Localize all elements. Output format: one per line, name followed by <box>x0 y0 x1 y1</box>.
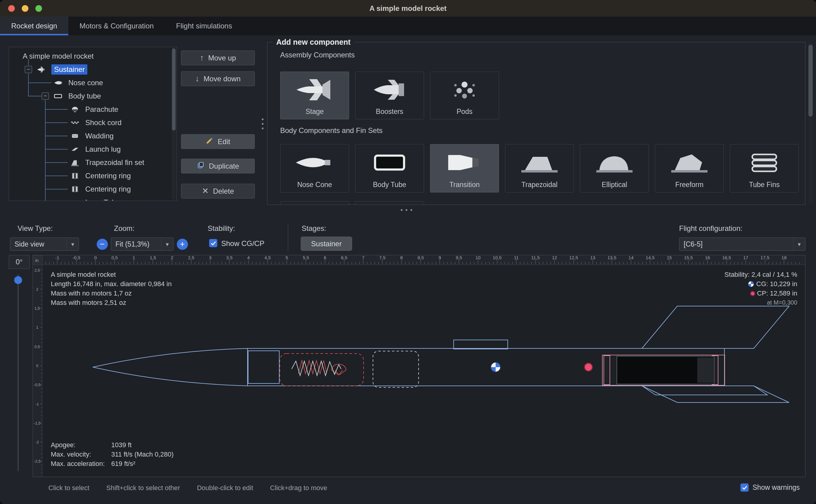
clipped-card-row <box>280 201 424 205</box>
component-card-freeform[interactable]: Freeform <box>655 144 724 192</box>
minimize-button[interactable] <box>22 5 28 12</box>
tree-item-shock-cord[interactable]: Shock cord <box>9 116 176 129</box>
component-card-body-tube[interactable]: Body Tube <box>355 144 424 192</box>
component-card-tube-fins[interactable]: Tube Fins <box>730 144 799 192</box>
svg-text:17: 17 <box>743 255 748 260</box>
edit-button[interactable]: Edit <box>181 134 255 149</box>
tree-item-a-simple-model-rocket[interactable]: A simple model rocket <box>9 50 176 63</box>
delete-button[interactable]: ✕ Delete <box>181 184 255 199</box>
window-controls <box>8 5 42 12</box>
max-velocity-value: 311 ft/s (Mach 0,280) <box>111 451 173 458</box>
component-card-pods[interactable]: Pods <box>430 72 499 119</box>
component-card-stage[interactable]: Stage <box>280 72 349 119</box>
show-warnings-control: Show warnings <box>740 483 800 492</box>
stability-value: Stability: 2,4 cal / 14,1 % <box>724 270 797 279</box>
add-component-panel: Assembly Components StageBoostersPods Bo… <box>267 42 805 205</box>
rotation-slider[interactable] <box>18 274 19 471</box>
cg-icon <box>748 281 754 287</box>
tree-item-centering-ring[interactable]: Centering ring <box>9 169 176 183</box>
chevron-down-icon: ▾ <box>66 238 79 250</box>
tree-item-label: Parachute <box>85 105 118 114</box>
tree-item-label: Trapezoidal fin set <box>85 158 144 167</box>
svg-text:9: 9 <box>439 255 441 260</box>
svg-text:2,5: 2,5 <box>34 268 40 273</box>
chevron-down-icon: ▾ <box>161 238 173 250</box>
x-icon: ✕ <box>202 187 209 195</box>
tree-item-trapezoidal-fin-set[interactable]: Trapezoidal fin set <box>9 156 176 169</box>
check-icon <box>742 486 747 490</box>
svg-text:11,5: 11,5 <box>531 255 539 260</box>
component-card-label: Tube Fins <box>749 181 779 189</box>
tree-scrollbar[interactable] <box>172 48 176 200</box>
zoom-select[interactable]: Fit (51,3%) ▾ <box>111 237 173 251</box>
component-card-label: Elliptical <box>602 181 627 189</box>
component-card-boosters[interactable]: Boosters <box>355 72 424 119</box>
zoom-in-button[interactable]: + <box>177 239 188 250</box>
svg-text:1,5: 1,5 <box>150 255 156 260</box>
rotation-angle-indicator: 0° <box>9 255 30 269</box>
wadding-drawing[interactable] <box>373 351 419 387</box>
close-button[interactable] <box>8 5 15 12</box>
svg-text:3: 3 <box>209 255 212 260</box>
component-card-nose-cone[interactable]: Nose Cone <box>280 144 349 192</box>
maximize-button[interactable] <box>35 5 42 12</box>
tree-item-launch-lug[interactable]: Launch lug <box>9 143 176 156</box>
flight-stats-block: Apogee:1039 ft Max. velocity:311 ft/s (M… <box>51 440 173 468</box>
stage-toggle-sustainer[interactable]: Sustainer <box>301 237 352 251</box>
parachute-icon <box>69 105 82 114</box>
tab-motors-configuration[interactable]: Motors & Configuration <box>68 17 165 35</box>
component-card-elliptical[interactable]: Elliptical <box>580 144 649 192</box>
svg-text:15: 15 <box>667 255 672 260</box>
tab-rocket-design[interactable]: Rocket design <box>0 17 68 35</box>
svg-text:11: 11 <box>514 255 519 260</box>
component-card-label: Trapezoidal <box>521 181 557 189</box>
tree-item-sustainer[interactable]: −Sustainer <box>9 63 176 76</box>
motor-mount-drawing[interactable] <box>602 355 725 385</box>
vertical-splitter-handle[interactable] <box>262 118 264 129</box>
tree-item-body-tube[interactable]: −Body tube <box>9 89 176 103</box>
tree-item-label: Inner Tube <box>85 198 120 201</box>
collapse-handle-icon[interactable]: − <box>42 92 49 100</box>
component-card-partial[interactable] <box>280 201 349 205</box>
section-label-assembly: Assembly Components <box>280 51 355 59</box>
duplicate-button[interactable]: Duplicate <box>181 159 255 173</box>
rocket-drawing[interactable] <box>93 306 789 402</box>
zoom-out-button[interactable]: − <box>97 239 108 250</box>
move-down-button[interactable]: ↓ Move down <box>181 71 255 86</box>
svg-text:-1,5: -1,5 <box>34 421 40 425</box>
launch-lug-outline <box>454 340 508 349</box>
move-up-button[interactable]: ↑ Move up <box>181 50 255 65</box>
show-warnings-checkbox[interactable] <box>740 483 749 492</box>
svg-text:2: 2 <box>171 255 173 260</box>
component-card-transition[interactable]: Transition <box>430 144 499 192</box>
shock-cord-drawing[interactable] <box>292 361 341 376</box>
svg-text:7: 7 <box>362 255 364 260</box>
flight-configuration-select[interactable]: [C6-5] ▾ <box>679 237 805 251</box>
arrow-down-icon: ↓ <box>195 75 199 83</box>
component-card-label: Stage <box>306 108 324 116</box>
horizontal-splitter-handle[interactable] <box>401 209 412 211</box>
tree-item-wadding[interactable]: Wadding <box>9 129 176 143</box>
parachute-drawing[interactable] <box>280 354 364 386</box>
tree-item-inner-tube[interactable]: Inner Tube <box>9 196 176 201</box>
tree-item-label: Body tube <box>68 92 101 100</box>
component-card-partial[interactable] <box>355 201 424 205</box>
rocket-canvas[interactable]: in -1-0,500,511,522,533,544,555,566,577,… <box>33 255 805 477</box>
collapse-handle-icon[interactable]: − <box>25 66 32 73</box>
rotation-slider-thumb[interactable] <box>14 276 22 284</box>
panel-scrollbar[interactable] <box>808 42 813 204</box>
component-card-trapezoidal[interactable]: Trapezoidal <box>505 144 574 192</box>
svg-text:3,5: 3,5 <box>226 255 233 260</box>
tree-item-parachute[interactable]: Parachute <box>9 103 176 116</box>
tab-flight-simulations[interactable]: Flight simulations <box>165 17 243 35</box>
finset-icon <box>69 158 82 167</box>
tree-item-nose-cone[interactable]: Nose cone <box>9 76 176 89</box>
tree-item-centering-ring[interactable]: Centering ring <box>9 183 176 196</box>
hint-double-click-to-edit: Double-click to edit <box>197 484 253 492</box>
svg-text:1: 1 <box>36 325 38 330</box>
view-type-label: View Type: <box>18 224 53 233</box>
svg-text:9,5: 9,5 <box>456 255 462 260</box>
view-type-select[interactable]: Side view ▾ <box>10 237 79 251</box>
component-card-label: Body Tube <box>373 181 406 189</box>
show-cgcp-checkbox[interactable] <box>209 239 217 247</box>
